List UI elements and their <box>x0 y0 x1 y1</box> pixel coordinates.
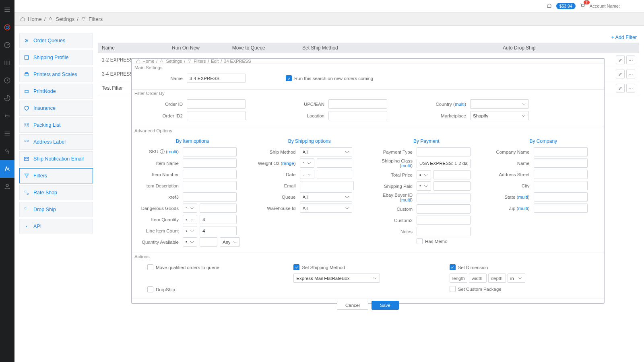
sidenav-filters[interactable]: Filters <box>19 168 93 183</box>
sidenav-order-queues[interactable]: Order Queues <box>19 33 93 48</box>
qtyavail-input[interactable] <box>200 237 217 247</box>
name-input[interactable] <box>187 74 246 83</box>
custompkg-checkbox[interactable]: Set Custom Package <box>450 286 598 292</box>
companyname-input[interactable] <box>534 147 588 156</box>
queue-select[interactable]: All <box>300 192 352 202</box>
sidenav-address-label[interactable]: Address Label <box>19 134 93 150</box>
save-button[interactable]: Save <box>372 301 399 310</box>
balance-pill[interactable]: $53.94 <box>556 3 576 9</box>
mcrumb-home[interactable]: Home <box>142 59 154 64</box>
mcrumb-settings[interactable]: Settings <box>166 59 182 64</box>
warehouse-select[interactable]: All <box>300 204 352 213</box>
rail-barcode-icon[interactable] <box>0 54 14 72</box>
dim-width-input[interactable] <box>469 274 487 283</box>
itemqty-op-select[interactable]: < <box>183 215 197 224</box>
total-op-select[interactable]: = <box>417 170 431 179</box>
date-input[interactable] <box>317 170 352 179</box>
cart-button[interactable]: 7 <box>580 3 586 10</box>
paytype-input[interactable] <box>417 147 471 156</box>
rail-history-icon[interactable] <box>0 72 14 89</box>
rail-list-icon[interactable] <box>0 125 14 142</box>
ebay-input[interactable] <box>417 193 471 202</box>
sidenav-printnode[interactable]: PrintNode <box>19 84 93 99</box>
dangerous-op-select[interactable]: = <box>183 204 197 213</box>
city-input[interactable] <box>534 181 588 190</box>
itemqty-input[interactable] <box>200 215 237 224</box>
rail-integrations-icon[interactable] <box>0 107 14 125</box>
crumb-settings[interactable]: Settings <box>56 16 74 22</box>
setdim-checkbox[interactable]: Set Dimension <box>450 264 598 270</box>
cname-input[interactable] <box>534 158 588 168</box>
itemnumber-input[interactable] <box>183 170 237 179</box>
rail-chart-icon[interactable] <box>0 89 14 107</box>
rail-user-icon[interactable] <box>0 178 14 195</box>
row-edit-button[interactable] <box>616 70 625 78</box>
dropship-checkbox[interactable]: DropShip <box>147 286 286 292</box>
weight-op-select[interactable]: = <box>300 158 314 168</box>
add-filter-link[interactable]: + Add Filter <box>611 35 637 40</box>
run-on-new-checkbox[interactable]: Run this search on new orders coming <box>286 75 373 81</box>
country-select[interactable] <box>470 99 529 109</box>
xref3-input[interactable] <box>183 192 237 202</box>
linecount-op-select[interactable]: < <box>183 226 197 235</box>
sidenav-printers-scales[interactable]: Printers and Scales <box>19 67 93 82</box>
sidenav-api[interactable]: API <box>19 219 93 234</box>
sidenav-insurance[interactable]: Insurance <box>19 101 93 116</box>
row-more-button[interactable]: ··· <box>626 84 635 93</box>
location-input[interactable] <box>328 111 387 120</box>
shipclass-input[interactable] <box>417 159 471 168</box>
weight-input[interactable] <box>317 158 352 168</box>
email-input[interactable] <box>300 181 354 190</box>
crumb-home[interactable]: Home <box>28 16 42 22</box>
notes-input[interactable] <box>417 227 471 236</box>
custom-input[interactable] <box>417 204 471 214</box>
setship-checkbox[interactable]: Set Shipping Method <box>293 264 442 270</box>
addr-input[interactable] <box>534 170 588 179</box>
rail-settings-icon[interactable] <box>0 160 14 178</box>
sidenav-packing-list[interactable]: Packing List <box>19 117 93 133</box>
itemdesc-input[interactable] <box>183 181 237 190</box>
marketplace-select[interactable]: Shopify <box>470 111 529 120</box>
zip-input[interactable] <box>534 204 588 213</box>
sidenav-shipping-profile[interactable]: Shipping Profile <box>19 50 93 65</box>
spaid-input[interactable] <box>433 181 471 191</box>
row-more-button[interactable]: ··· <box>626 56 635 64</box>
custom2-input[interactable] <box>417 216 471 225</box>
itemname-input[interactable] <box>183 158 237 168</box>
date-op-select[interactable]: = <box>300 170 314 179</box>
rail-link-icon[interactable] <box>0 142 14 160</box>
shipmethod-select[interactable]: All <box>300 147 352 156</box>
movequeue-checkbox[interactable]: Move qualified orders to queue <box>147 264 286 270</box>
state-input[interactable] <box>534 192 588 202</box>
rail-menu-icon[interactable] <box>0 1 14 19</box>
dim-depth-input[interactable] <box>488 274 506 283</box>
section-title-adv: Advanced Options <box>132 127 604 134</box>
orderid-input[interactable] <box>187 99 246 109</box>
dim-unit-select[interactable]: in <box>508 274 525 283</box>
bank-icon[interactable] <box>546 3 552 10</box>
cancel-button[interactable]: Cancel <box>337 301 368 310</box>
qtyavail-any-select[interactable]: Any <box>220 237 240 247</box>
rail-dashboard-icon[interactable] <box>0 36 14 54</box>
spaid-op-select[interactable]: = <box>417 181 431 191</box>
total-input[interactable] <box>433 170 471 179</box>
linecount-input[interactable] <box>200 226 237 235</box>
sidenav-drop-ship[interactable]: Drop Ship <box>19 202 93 217</box>
sku-input[interactable] <box>183 147 237 156</box>
hasmemo-checkbox[interactable]: Has Memo <box>417 238 448 244</box>
colhead-pay: By Payment <box>370 138 483 144</box>
row-edit-button[interactable] <box>616 84 625 93</box>
upc-input[interactable] <box>328 99 387 109</box>
setship-select[interactable]: Express Mail FlatRateBox <box>293 274 380 283</box>
dim-length-input[interactable] <box>450 274 467 283</box>
row-more-button[interactable]: ··· <box>626 70 635 78</box>
rail-logo-icon[interactable] <box>0 19 14 36</box>
mcrumb-filters[interactable]: Filters <box>194 59 206 64</box>
orderid2-input[interactable] <box>187 111 246 120</box>
row-edit-button[interactable] <box>616 56 625 64</box>
sidenav-ship-notification-email[interactable]: Ship Notification Email <box>19 151 93 167</box>
mcrumb-edit[interactable]: Edit <box>211 59 219 64</box>
dangerous-input[interactable] <box>200 204 237 213</box>
sidenav-rate-shop[interactable]: Rate Shop <box>19 185 93 200</box>
qtyavail-op-select[interactable]: = <box>183 237 197 247</box>
